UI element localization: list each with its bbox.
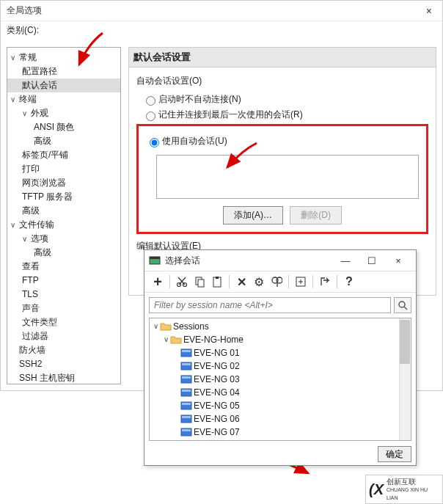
delete-icon[interactable]: ✕ [233, 273, 250, 291]
tree-item[interactable]: ∨文件传输 [7, 218, 120, 232]
tree-item-label: 文件传输 [19, 219, 54, 230]
minimize-icon[interactable]: — [332, 255, 359, 266]
tree-item[interactable]: 文件类型 [7, 315, 120, 329]
toolbar-separator [229, 275, 230, 288]
tree-item[interactable]: TLS [7, 288, 120, 302]
logo-cn: 创新互联 [387, 478, 439, 486]
chevron-down-icon[interactable]: ∨ [10, 93, 18, 106]
tree-item[interactable]: 高级 [7, 134, 120, 148]
picker-app-icon [149, 255, 161, 266]
picker-toolbar: + ✕ ⚙ ? [144, 271, 416, 293]
radio-remember-input[interactable] [146, 112, 155, 121]
export-icon[interactable] [316, 273, 334, 291]
tree-item[interactable]: SSH2 [7, 357, 120, 371]
chevron-down-icon[interactable]: ∨ [10, 219, 18, 231]
session-row[interactable]: ∨Sessions [151, 320, 409, 333]
tree-item[interactable]: FTP [7, 274, 120, 288]
tree-item[interactable]: 过滤器 [7, 329, 120, 343]
session-row[interactable]: EVE-NG 06 [151, 412, 409, 426]
tree-item-label: 查看 [22, 261, 40, 271]
tree-item-label: SSH2 [19, 359, 42, 369]
radio-use-auto[interactable]: 使用自动会话(U) [146, 134, 419, 149]
scrollbar[interactable] [399, 318, 411, 440]
terminal-icon [180, 427, 192, 437]
new-folder-icon[interactable] [292, 273, 310, 291]
tree-item[interactable]: ∨终端 [7, 92, 120, 106]
radio-no-auto-input[interactable] [146, 96, 155, 106]
tree-item-label: 高级 [34, 136, 51, 146]
session-label: EVE-NG 07 [194, 426, 240, 438]
chevron-down-icon[interactable]: ∨ [22, 233, 29, 245]
session-label: EVE-NG-Home [183, 334, 244, 346]
tree-item[interactable]: ∨常规 [7, 51, 120, 65]
svg-point-16 [399, 302, 405, 307]
svg-rect-27 [182, 403, 191, 405]
find-icon[interactable] [268, 273, 285, 291]
tree-item[interactable]: 声音 [7, 302, 120, 315]
session-row[interactable]: EVE-NG 01 [151, 346, 409, 359]
chevron-down-icon[interactable]: ∨ [10, 51, 18, 64]
tree-item[interactable]: 防火墙 [7, 343, 120, 357]
tree-item[interactable]: TFTP 服务器 [7, 190, 120, 204]
tree-item-label: 高级 [34, 247, 51, 258]
chevron-down-icon[interactable]: ∨ [161, 334, 170, 346]
svg-rect-19 [182, 350, 191, 352]
radio-remember[interactable]: 记住并连接到最后一次使用的会话(R) [136, 107, 428, 123]
tree-item[interactable]: 默认会话 [7, 78, 120, 92]
tree-item[interactable]: 配置路径 [7, 65, 120, 78]
chevron-down-icon[interactable]: ∨ [22, 107, 29, 120]
session-label: EVE-NG 03 [194, 373, 240, 385]
delete-button: 删除(D) [290, 206, 342, 224]
session-tree[interactable]: ∨Sessions∨EVE-NG-HomeEVE-NG 01EVE-NG 02E… [149, 318, 411, 441]
session-row[interactable]: EVE-NG 03 [151, 373, 409, 386]
paste-icon[interactable] [208, 273, 226, 291]
scrollthumb[interactable] [400, 320, 410, 364]
session-row[interactable]: EVE-NG 05 [151, 399, 409, 412]
tree-item[interactable]: ANSI 颜色 [7, 120, 120, 134]
tree-item[interactable]: 打印 [7, 162, 120, 176]
search-input[interactable] [149, 297, 391, 313]
tree-item[interactable]: 标签页/平铺 [7, 148, 120, 162]
tree-item[interactable]: ∨外观 [7, 106, 120, 120]
session-label: EVE-NG 04 [194, 387, 240, 398]
close-icon[interactable]: × [422, 5, 436, 17]
svg-line-5 [178, 277, 185, 285]
tree-item-label: 过滤器 [22, 331, 48, 341]
session-label: EVE-NG 06 [194, 413, 240, 425]
ok-button[interactable]: 确定 [378, 446, 411, 462]
session-row[interactable]: EVE-NG 07 [151, 426, 409, 439]
svg-rect-1 [150, 257, 160, 259]
tree-item[interactable]: 查看 [7, 260, 120, 274]
tree-item-label: SSH 主机密钥 [19, 373, 75, 383]
session-row[interactable]: ∨EVE-NG-Home [151, 333, 409, 346]
session-row[interactable]: EVE-NG 04 [151, 386, 409, 399]
picker-close-icon[interactable]: × [385, 255, 411, 266]
chevron-down-icon[interactable]: ∨ [151, 321, 160, 332]
settings-icon[interactable]: ⚙ [250, 273, 268, 291]
maximize-icon[interactable]: ☐ [359, 255, 385, 266]
session-row[interactable]: EVE-NG 02 [151, 359, 409, 373]
tree-item[interactable]: 高级 [7, 246, 120, 260]
add-button[interactable]: 添加(A)… [223, 206, 283, 224]
tree-item-label: 文件类型 [22, 317, 57, 327]
tree-item[interactable]: 高级 [7, 204, 120, 218]
tree-item[interactable]: ∨选项 [7, 232, 120, 246]
tree-item[interactable]: SSH 主机密钥 [7, 371, 120, 384]
search-button[interactable] [394, 297, 411, 313]
category-tree[interactable]: ∨常规配置路径默认会话∨终端∨外观ANSI 颜色高级标签页/平铺打印网页浏览器T… [7, 47, 121, 384]
new-icon[interactable]: + [149, 273, 166, 291]
copy-icon[interactable] [191, 273, 208, 291]
logo-en: CHUANG XIN HU LIAN [387, 486, 439, 502]
radio-use-auto-input[interactable] [150, 138, 159, 147]
tree-item-label: 选项 [31, 233, 48, 244]
picker-titlebar: 选择会话 — ☐ × [144, 250, 416, 271]
radio-use-auto-label: 使用自动会话(U) [162, 135, 227, 147]
session-list-box[interactable] [156, 155, 419, 199]
radio-no-auto[interactable]: 启动时不自动连接(N) [136, 92, 428, 107]
tree-item-label: 默认会话 [22, 80, 57, 90]
cut-icon[interactable] [173, 273, 191, 291]
help-icon[interactable]: ? [340, 273, 358, 291]
auto-session-label: 自动会话设置(O) [136, 75, 428, 87]
session-label: EVE-NG 02 [194, 360, 240, 372]
tree-item[interactable]: 网页浏览器 [7, 176, 120, 190]
